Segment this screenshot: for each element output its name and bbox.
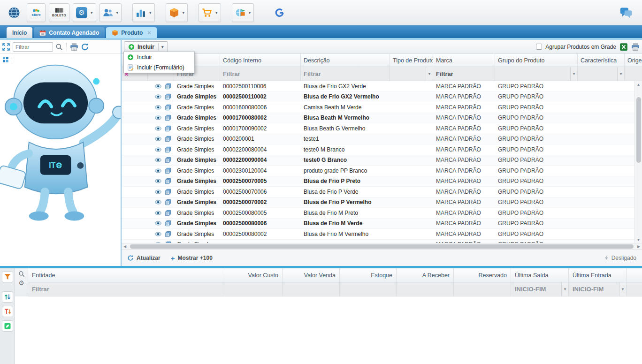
filter-descricao[interactable]: Filtrar [301, 67, 390, 81]
duplicate-product-icon[interactable] [165, 157, 171, 163]
funnel-button[interactable] [2, 271, 13, 282]
incluir-button[interactable]: Incluir ▾ [124, 41, 168, 53]
tab-contato-agendado[interactable]: Contato Agendado [34, 27, 105, 38]
filter-caracteristica[interactable]: ▾ [578, 67, 625, 81]
filter-a-receber[interactable] [397, 282, 454, 296]
menu-item-incluir[interactable]: Incluir [124, 52, 194, 62]
column-descricao[interactable]: Descrição [301, 54, 390, 67]
duplicate-product-icon[interactable] [165, 125, 171, 132]
view-product-icon[interactable] [155, 146, 161, 153]
search-icon[interactable] [18, 271, 25, 277]
column-marca[interactable]: Marca [433, 54, 495, 67]
duplicate-product-icon[interactable] [165, 189, 171, 195]
filter-dropdown-caret[interactable]: ▾ [426, 67, 433, 81]
table-row[interactable]: Grade Simples00001700080002Blusa Beath M… [122, 113, 642, 124]
scroll-right-icon[interactable]: ▶ [635, 243, 642, 250]
filter-tipo-produto[interactable]: ▾ [390, 67, 433, 81]
filter-codigo[interactable]: Filtrar [220, 67, 301, 81]
sort-alpha-button[interactable] [2, 306, 13, 317]
column-codigo-interno[interactable]: Código Interno [220, 54, 301, 67]
table-row[interactable]: Grade Simples00002200080004teste0 M Bran… [122, 144, 642, 155]
logistics-dropdown-button[interactable]: ▾ [232, 3, 254, 22]
horizontal-scrollbar[interactable]: ◀ ▶ [122, 243, 642, 250]
table-row[interactable]: Grade Simples0000200001teste1MARCA PADRÃ… [122, 134, 642, 145]
duplicate-product-icon[interactable] [165, 231, 171, 237]
filter-reservado[interactable] [454, 282, 511, 296]
table-row[interactable]: Grade Simples00002500070005Blusa de Frio… [122, 176, 642, 187]
duplicate-product-icon[interactable] [165, 93, 171, 100]
agrupar-checkbox[interactable] [536, 44, 542, 50]
contacts-dropdown-button[interactable]: ▾ [99, 3, 122, 22]
tab-produto[interactable]: Produto × [106, 27, 157, 38]
expand-icon[interactable] [2, 43, 10, 51]
table-row[interactable]: Grade Simples00002500070002Blusa de Frio… [122, 197, 642, 208]
view-product-icon[interactable] [155, 114, 161, 121]
table-row[interactable]: Grade Simples00002200090004teste0 G Bran… [122, 155, 642, 166]
table-row[interactable]: Grade Simples00002500110006Blusa de Frio… [122, 81, 642, 92]
gear-icon[interactable]: ⚙ [18, 280, 24, 286]
duplicate-product-icon[interactable] [165, 146, 171, 153]
scroll-up-icon[interactable]: ▲ [637, 81, 641, 88]
table-row[interactable]: Grade Simples00002500070006Blusa de Frio… [122, 187, 642, 197]
view-product-icon[interactable] [155, 189, 161, 195]
duplicate-product-icon[interactable] [165, 114, 171, 121]
table-row[interactable]: Grade Simples00001600080006Camisa Beath … [122, 102, 642, 113]
sales-dropdown-button[interactable]: ▾ [199, 3, 221, 22]
scrollbar-thumb[interactable] [130, 244, 634, 249]
products-dropdown-button[interactable]: ▾ [166, 3, 188, 22]
column-valor-custo[interactable]: Valor Custo [225, 268, 283, 282]
menu-item-incluir-formulario[interactable]: Incluir (Formulário) [124, 62, 194, 73]
filter-dropdown-caret[interactable]: ▾ [570, 67, 577, 81]
column-caracteristica[interactable]: Característica [578, 54, 625, 67]
column-a-receber[interactable]: A Receber [397, 268, 454, 282]
duplicate-product-icon[interactable] [165, 167, 171, 174]
filter-origem[interactable]: ▾ [625, 67, 642, 81]
scroll-left-icon[interactable]: ◀ [122, 243, 128, 250]
duplicate-product-icon[interactable] [165, 199, 171, 205]
view-product-icon[interactable] [155, 104, 161, 111]
duplicate-product-icon[interactable] [165, 104, 171, 111]
duplicate-product-icon[interactable] [165, 220, 171, 227]
filter-marca[interactable]: Filtrar [433, 67, 495, 81]
table-row[interactable]: Grade Simples00002500080005Blusa de Frio… [122, 208, 642, 219]
table-row[interactable]: Grade Simples00001700090002Blusa Beath G… [122, 123, 642, 134]
filter-dropdown-caret[interactable]: ▾ [561, 282, 568, 296]
sort-button[interactable] [2, 291, 13, 303]
app-logo-button[interactable] [5, 3, 23, 22]
view-product-icon[interactable] [155, 136, 161, 142]
close-tab-icon[interactable]: × [147, 30, 151, 35]
refresh-icon[interactable] [81, 43, 89, 51]
view-product-icon[interactable] [155, 231, 161, 237]
view-product-icon[interactable] [155, 220, 161, 227]
atualizar-button[interactable]: Atualizar [127, 255, 160, 261]
search-icon[interactable] [55, 43, 63, 51]
eco-button[interactable] [2, 320, 13, 332]
column-reservado[interactable]: Reservado [454, 268, 511, 282]
column-grupo-produto[interactable]: Grupo do Produto [495, 54, 578, 67]
filter-dropdown-caret[interactable]: ▾ [619, 282, 626, 296]
store-button[interactable]: store [27, 3, 46, 22]
table-row[interactable]: Grade SimplesMARCA PADRÃOGRUPO PADRÃO [122, 240, 642, 243]
left-filter-input[interactable] [13, 42, 53, 52]
boleto-button[interactable]: BOLETO [49, 3, 69, 22]
tab-inicio[interactable]: Início [7, 27, 32, 38]
table-row[interactable]: Grade Simples00002300120004produto grade… [122, 166, 642, 176]
view-product-icon[interactable] [155, 157, 161, 163]
filter-estoque[interactable] [340, 282, 397, 296]
view-product-icon[interactable] [155, 178, 161, 184]
filter-ultima-saida[interactable]: INICIO-FIM ▾ [511, 282, 569, 296]
column-entidade[interactable]: Entidade [28, 268, 225, 282]
table-row[interactable]: Grade Simples00002500110002Blusa de Frio… [122, 92, 642, 103]
column-valor-venda[interactable]: Valor Venda [283, 268, 340, 282]
mostrar-100-button[interactable]: + Mostrar +100 [171, 254, 213, 262]
view-product-icon[interactable] [155, 210, 161, 216]
google-button[interactable] [270, 3, 289, 22]
scroll-down-icon[interactable]: ▼ [637, 236, 641, 243]
view-product-icon[interactable] [155, 199, 161, 205]
reports-dropdown-button[interactable]: ▾ [132, 3, 155, 22]
column-estoque[interactable]: Estoque [340, 268, 397, 282]
filter-valor-venda[interactable] [283, 282, 340, 296]
filter-dropdown-caret[interactable]: ▾ [617, 67, 624, 81]
column-tipo-produto[interactable]: Tipo de Produto [390, 54, 433, 67]
view-product-icon[interactable] [155, 83, 161, 90]
